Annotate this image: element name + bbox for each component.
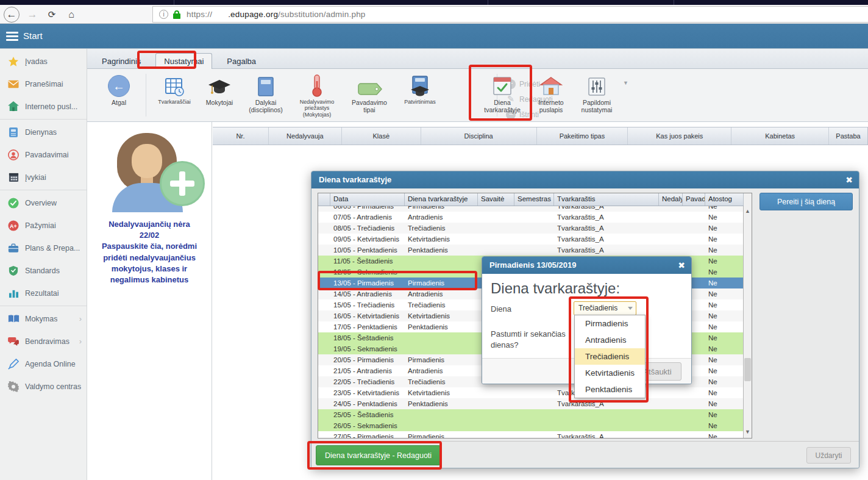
days-column-header[interactable]: Atostog <box>705 193 744 206</box>
site-info-icon[interactable]: i <box>159 10 168 19</box>
browser-home-icon[interactable]: ⌂ <box>63 7 79 23</box>
dialog-close-icon[interactable]: ✖ <box>678 260 685 270</box>
browser-reload-icon[interactable]: ⟳ <box>44 7 60 23</box>
sidebar-item-standards[interactable]: Standards <box>0 259 87 282</box>
day-cell <box>318 409 330 420</box>
day-option-penktadienis[interactable]: Penktadienis <box>575 381 645 398</box>
star-icon <box>7 56 20 68</box>
tab-pagrindinis[interactable]: Pagrindinis <box>93 53 149 69</box>
add-absent-avatar[interactable] <box>104 133 195 215</box>
tab-nustatymai[interactable]: Nustatymai <box>155 53 212 69</box>
day-row-07-05[interactable]: 07/05 - AntradienisAntradienisTvarkarašt… <box>318 212 744 223</box>
table-scrollbar[interactable]: ▲ ▼ <box>743 193 752 438</box>
column-header[interactable]: Klasė <box>342 127 421 145</box>
sidebar-item-dienynas[interactable]: Dienynas <box>0 121 87 143</box>
web-page-button[interactable]: Interneto puslapis <box>531 71 571 119</box>
sidebar-item-rezultatai[interactable]: Rezultatai <box>0 282 87 304</box>
day-select[interactable]: Trečiadienis <box>574 301 636 315</box>
hamburger-menu-icon[interactable] <box>6 32 18 41</box>
column-header[interactable]: Pastaba <box>829 127 867 145</box>
lock-icon[interactable] <box>173 10 180 19</box>
sidebar-item-agenda-online[interactable]: Agenda Online <box>0 353 87 375</box>
days-column-header[interactable]: Semestras <box>514 193 554 206</box>
day-option-pirmadienis[interactable]: Pirmadienis <box>575 315 645 332</box>
sidebar-item-interneto-pusl-[interactable]: Interneto pusl... <box>0 95 87 118</box>
day-option-ketvirtadienis[interactable]: Ketvirtadienis <box>575 365 645 381</box>
day-cell <box>514 245 554 256</box>
day-cell <box>683 245 705 256</box>
browser-back-icon[interactable]: ← <box>4 7 20 23</box>
browser-forward-icon[interactable]: → <box>24 7 40 23</box>
column-header[interactable]: Disciplina <box>421 127 537 145</box>
day-cell: Penktadienis <box>405 321 478 332</box>
day-option-trečiadienis[interactable]: Trečiadienis <box>575 348 645 365</box>
teachers-button[interactable]: Mokytojai <box>199 71 240 119</box>
days-column-header[interactable]: Savaitė <box>478 193 514 206</box>
day-row-08-05[interactable]: 08/05 - TrečiadienisTrečiadienisTvarkara… <box>318 223 744 234</box>
modal-close-icon[interactable]: ✖ <box>845 175 853 185</box>
confirmation-button[interactable]: Patvirtinimas <box>397 71 443 119</box>
days-column-header[interactable]: Diena tvarkaraštyje <box>405 193 478 206</box>
sidebar-item-label: Plans & Prepa... <box>25 244 80 253</box>
modal-footer: Diena tvarkaraštyje - Redaguoti Uždaryti <box>311 441 859 468</box>
days-column-header[interactable]: Nedalyv <box>659 193 683 206</box>
subjects-button[interactable]: Dalykai (disciplinos) <box>241 71 291 119</box>
tab-pagalba[interactable]: Pagalba <box>218 53 265 69</box>
day-row-26-05[interactable]: 26/05 - SekmadienisNe <box>318 420 744 431</box>
day-row-09-05[interactable]: 09/05 - KetvirtadienisKetvirtadienisTvar… <box>318 234 744 245</box>
day-row-06-05[interactable]: 06/05 - PirmadienisPirmadienisTvarkarašt… <box>318 206 744 212</box>
day-cell: Penktadienis <box>405 245 478 256</box>
scroll-up-icon[interactable]: ▲ <box>744 207 752 216</box>
day-row-25-05[interactable]: 25/05 - ŠeštadienisNe <box>318 409 744 420</box>
column-header[interactable]: Kas juos pakeis <box>628 127 731 145</box>
absence-reasons-button[interactable]: Nedalyvavimo priežastys (Mokytojas) <box>293 71 341 119</box>
day-in-timetable-button[interactable]: Diena tvarkaraštyje <box>475 71 530 119</box>
additional-settings-button[interactable]: ▼ Papildomi nustatymai <box>572 71 621 119</box>
sidebar-item-label: Bendravimas <box>25 337 69 346</box>
day-row-10-05[interactable]: 10/05 - PenktadienisPenktadienisTvarkara… <box>318 245 744 256</box>
start-menu-label[interactable]: Start <box>23 30 43 41</box>
back-button[interactable]: ← Atgal <box>99 71 138 119</box>
add-plus-icon[interactable] <box>160 161 205 206</box>
sidebar-item-mokymas[interactable]: Mokymas› <box>0 307 87 330</box>
sidebar-item-prane-imai[interactable]: Pranešimai <box>0 73 87 95</box>
sidebar-item-valdymo-centras[interactable]: Valdymo centras <box>0 375 87 398</box>
day-cell: Ne <box>705 234 744 245</box>
column-header[interactable]: Pakeitimo tipas <box>537 127 628 145</box>
day-row-27-05[interactable]: 27/05 - PirmadienisPirmadienisTvarkarašt… <box>318 431 744 439</box>
column-header[interactable]: Kabinetas <box>731 127 829 145</box>
book-icon <box>7 313 20 325</box>
sidebar-item-label: Standards <box>25 267 60 275</box>
substitution-types-button[interactable]: Pavadavimo tipai <box>343 71 396 119</box>
day-cell: 08/05 - Trečiadienis <box>330 223 405 234</box>
sidebar-item--vadas[interactable]: Įvadas <box>0 50 87 73</box>
days-column-header[interactable] <box>318 193 330 206</box>
column-header[interactable]: Nr. <box>213 127 269 145</box>
days-column-header[interactable]: Tvarkaraštis <box>554 193 659 206</box>
days-column-header[interactable]: Data <box>330 193 405 206</box>
sidebar-item-label: Pažymiai <box>25 221 56 230</box>
sidebar-item-pa-ymiai[interactable]: A+Pažymiai <box>0 214 87 237</box>
day-cell: Trečiadienis <box>405 299 478 310</box>
day-cell <box>659 245 683 256</box>
url-bar[interactable]: i https://.edupage.org/substitution/admi… <box>152 6 868 23</box>
day-option-antradienis[interactable]: Antradienis <box>575 332 645 348</box>
scroll-down-icon[interactable]: ▼ <box>744 428 752 437</box>
column-header[interactable]: Nedalyvauja <box>269 127 342 145</box>
absence-panel-text[interactable]: Nedalyvaujančių nėra 22/02 Paspauskite č… <box>91 219 208 285</box>
sidebar-item-pavadavimai[interactable]: Pavadavimai <box>0 143 87 166</box>
day-timetable-edit-button[interactable]: Diena tvarkaraštyje - Redaguoti <box>316 445 441 465</box>
modal-close-button[interactable]: Uždaryti <box>806 447 851 464</box>
schedules-button[interactable]: Tvarkaraščiai <box>151 71 198 119</box>
sidebar-item-overview[interactable]: Overview <box>0 192 87 214</box>
day-row-23-05[interactable]: 23/05 - KetvirtadienisKetvirtadienisTvar… <box>318 387 744 398</box>
sidebar-item-bendravimas[interactable]: Bendravimas› <box>0 330 87 353</box>
day-row-24-05[interactable]: 24/05 - PenktadienisPenktadienisTvarkara… <box>318 398 744 409</box>
scrollbar-thumb[interactable] <box>744 358 751 381</box>
day-cell <box>318 376 330 387</box>
sidebar-item-plans-&-prepa-[interactable]: Plans & Prepa... <box>0 237 87 259</box>
goto-day-button[interactable]: Pereiti į šią dieną <box>760 193 853 210</box>
sidebar-item--vykiai[interactable]: Įvykiai <box>0 166 87 188</box>
days-column-header[interactable]: Pavada <box>683 193 705 206</box>
day-cell <box>318 223 330 234</box>
